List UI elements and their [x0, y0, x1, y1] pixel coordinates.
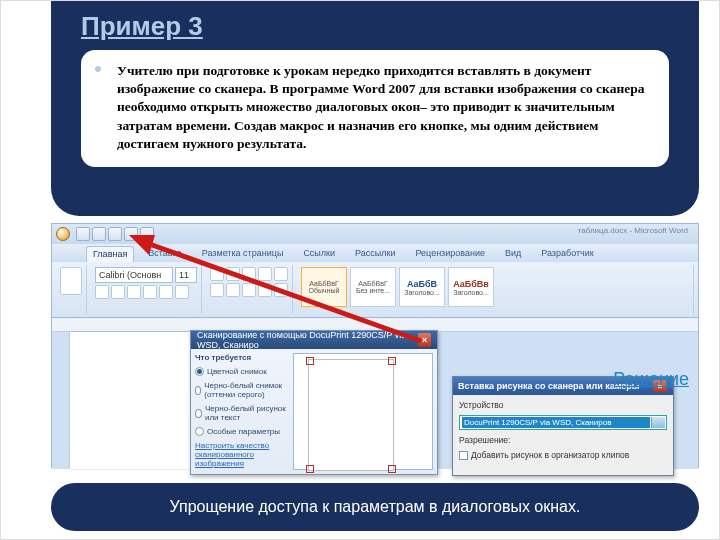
- word-window: таблица.docx - Microsoft Word Главная Вс…: [51, 223, 699, 468]
- clipboard-group: [56, 265, 87, 314]
- scan-preview: [293, 353, 433, 470]
- indent-inc-button[interactable]: [274, 267, 288, 281]
- opt-color[interactable]: Цветной снимок: [195, 367, 289, 376]
- underline-button[interactable]: [127, 285, 141, 299]
- page-edge: [70, 332, 190, 469]
- preview-page: [308, 359, 394, 471]
- crop-handle-br[interactable]: [388, 465, 396, 473]
- paste-button[interactable]: [60, 267, 82, 295]
- tab-layout[interactable]: Разметка страницы: [196, 246, 290, 262]
- qat-redo-button[interactable]: [108, 227, 122, 241]
- scan-options: Что требуется Цветной снимок Черно-белый…: [195, 353, 289, 470]
- font-name-input[interactable]: Calibri (Основн: [95, 267, 173, 283]
- sub-button[interactable]: [159, 285, 173, 299]
- office-button[interactable]: [56, 227, 70, 241]
- multi-level-button[interactable]: [242, 267, 256, 281]
- document-title: таблица.docx - Microsoft Word: [578, 226, 688, 235]
- scan-dialog-titlebar: Сканирование с помощью DocuPrint 1290CS/…: [191, 331, 437, 349]
- font-group: Calibri (Основн 11: [91, 265, 202, 314]
- document-area: Сканирование с помощью DocuPrint 1290CS/…: [52, 332, 698, 469]
- qat-macro-button[interactable]: [124, 227, 138, 241]
- top-panel: Пример 3 Учителю при подготовке к урокам…: [51, 1, 699, 216]
- scan-left-head: Что требуется: [195, 353, 289, 362]
- ribbon-tabs: Главная Вставка Разметка страницы Ссылки…: [52, 244, 698, 262]
- tab-home[interactable]: Главная: [86, 246, 134, 262]
- footer-bar: Упрощение доступа к параметрам в диалого…: [51, 483, 699, 531]
- indent-dec-button[interactable]: [258, 267, 272, 281]
- solution-link[interactable]: Решение: [613, 369, 689, 390]
- qat-custom-button[interactable]: [140, 227, 154, 241]
- body-text: Учителю при подготовке к урокам нередко …: [97, 62, 653, 153]
- strike-button[interactable]: [143, 285, 157, 299]
- tab-references[interactable]: Ссылки: [297, 246, 341, 262]
- style-heading1[interactable]: АаБбВЗаголово...: [399, 267, 445, 307]
- tab-developer[interactable]: Разработчик: [535, 246, 599, 262]
- styles-group: АаБбВвГОбычный АаБбВвГБез инте... АаБбВЗ…: [297, 265, 694, 314]
- numbering-button[interactable]: [226, 267, 240, 281]
- device-label: Устройство: [459, 400, 667, 410]
- align-center-button[interactable]: [226, 283, 240, 297]
- qat-undo-button[interactable]: [92, 227, 106, 241]
- style-no-spacing[interactable]: АаБбВвГБез инте...: [350, 267, 396, 307]
- opt-custom[interactable]: Особые параметры: [195, 427, 289, 436]
- scan-dialog: Сканирование с помощью DocuPrint 1290CS/…: [190, 330, 438, 475]
- font-size-input[interactable]: 11: [175, 267, 197, 283]
- tab-review[interactable]: Рецензирование: [409, 246, 491, 262]
- crop-handle-tr[interactable]: [388, 357, 396, 365]
- align-right-button[interactable]: [242, 283, 256, 297]
- opt-bw[interactable]: Черно-белый рисунок или текст: [195, 404, 289, 422]
- tab-mailings[interactable]: Рассылки: [349, 246, 401, 262]
- adjust-link[interactable]: Настроить качество сканированного изобра…: [195, 441, 289, 468]
- body-wrap: Учителю при подготовке к урокам нередко …: [81, 50, 669, 167]
- bold-button[interactable]: [95, 285, 109, 299]
- qat-save-button[interactable]: [76, 227, 90, 241]
- style-normal[interactable]: АаБбВвГОбычный: [301, 267, 347, 307]
- ribbon: Calibri (Основн 11: [52, 262, 698, 318]
- line-spacing-button[interactable]: [274, 283, 288, 297]
- align-left-button[interactable]: [210, 283, 224, 297]
- crop-handle-bl[interactable]: [306, 465, 314, 473]
- tab-insert[interactable]: Вставка: [142, 246, 187, 262]
- resolution-label: Разрешение:: [459, 435, 667, 445]
- scan-dialog-title: Сканирование с помощью DocuPrint 1290CS/…: [197, 330, 418, 350]
- close-button[interactable]: ×: [418, 333, 431, 347]
- italic-button[interactable]: [111, 285, 125, 299]
- style-heading2[interactable]: АаБбВвЗаголово...: [448, 267, 494, 307]
- footer-text: Упрощение доступа к параметрам в диалого…: [170, 498, 581, 516]
- slide-title: Пример 3: [81, 11, 669, 42]
- word-titlebar: таблица.docx - Microsoft Word: [52, 224, 698, 244]
- device-dropdown[interactable]: DocuPrint 1290CS/P via WSD, Сканиров: [459, 415, 667, 430]
- add-to-organizer[interactable]: Добавить рисунок в организатор клипов: [459, 450, 667, 460]
- paragraph-group: [206, 265, 293, 314]
- bullets-button[interactable]: [210, 267, 224, 281]
- crop-handle-tl[interactable]: [306, 357, 314, 365]
- justify-button[interactable]: [258, 283, 272, 297]
- insert-picture-dialog: Вставка рисунка со сканера или камеры × …: [452, 376, 674, 476]
- quick-access-toolbar: [76, 227, 154, 241]
- tab-view[interactable]: Вид: [499, 246, 527, 262]
- opt-gray[interactable]: Черно-белый снимок (оттенки серого): [195, 381, 289, 399]
- sup-button[interactable]: [175, 285, 189, 299]
